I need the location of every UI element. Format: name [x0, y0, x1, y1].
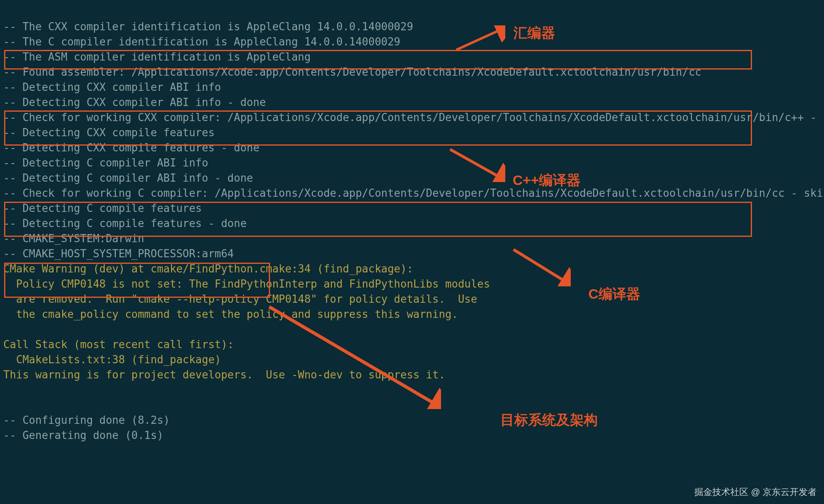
terminal-line: -- Detecting C compile features [3, 202, 202, 214]
terminal-line: -- Configuring done (8.2s) [3, 414, 170, 426]
terminal-line: -- Detecting CXX compiler ABI info - don… [3, 96, 266, 108]
terminal-line: This warning is for project developers. … [3, 369, 445, 381]
annotation-label-target-system: 目标系统及架构 [500, 411, 598, 430]
terminal-line: -- Found assembler: /Applications/Xcode.… [3, 66, 701, 78]
watermark-text: 掘金技术社区 @ 京东云开发者 [694, 486, 817, 498]
terminal-line: -- Detecting C compiler ABI info - done [3, 172, 253, 184]
terminal-output: -- The CXX compiler identification is Ap… [0, 0, 824, 504]
terminal-line: -- Generating done (0.1s) [3, 429, 163, 441]
terminal-line: -- The C compiler identification is Appl… [3, 36, 401, 48]
terminal-line: are removed. Run "cmake --help-policy CM… [3, 293, 477, 305]
terminal-line: -- Detecting C compiler ABI info [3, 157, 208, 169]
terminal-line: the cmake_policy command to set the poli… [3, 308, 458, 320]
terminal-line: -- Detecting C compile features - done [3, 217, 247, 230]
terminal-line: Policy CMP0148 is not set: The FindPytho… [3, 278, 490, 290]
terminal-line: -- Check for working CXX compiler: /Appl… [3, 111, 824, 124]
terminal-line: CMakeLists.txt:38 (find_package) [3, 353, 221, 366]
terminal-line: -- Detecting CXX compile features [3, 126, 215, 139]
terminal-line: -- The CXX compiler identification is Ap… [3, 20, 413, 33]
terminal-line: CMake Warning (dev) at cmake/FindPython.… [3, 263, 413, 275]
terminal-line: Call Stack (most recent call first): [3, 338, 234, 351]
terminal-line: -- CMAKE_HOST_SYSTEM_PROCESSOR:arm64 [3, 248, 234, 260]
annotation-label-c-compiler: C编译器 [588, 285, 640, 304]
terminal-line: -- CMAKE_SYSTEM:Darwin [3, 232, 144, 245]
annotation-label-cpp-compiler: C++编译器 [513, 171, 581, 190]
terminal-line: -- Check for working C compiler: /Applic… [3, 187, 824, 199]
terminal-line: -- Detecting CXX compile features - done [3, 142, 259, 154]
terminal-line: -- The ASM compiler identification is Ap… [3, 51, 311, 63]
terminal-line: -- Detecting CXX compiler ABI info [3, 81, 221, 93]
annotation-label-assembler: 汇编器 [513, 24, 555, 43]
